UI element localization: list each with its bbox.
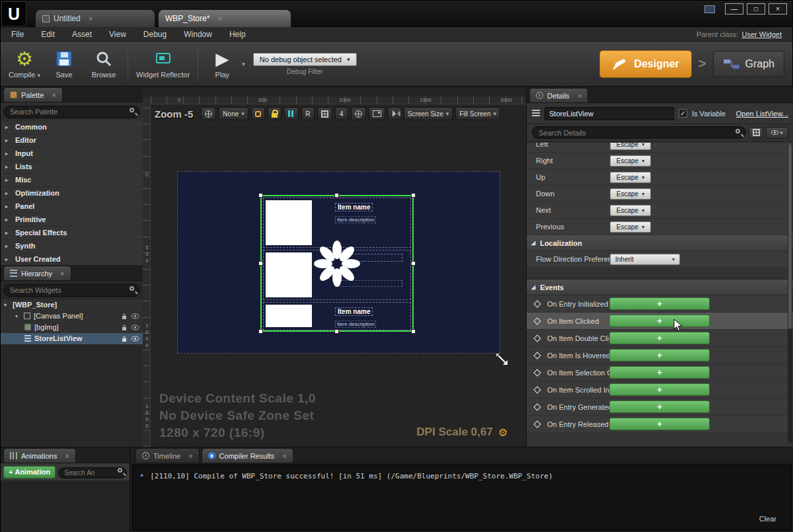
add-event-on-item-clicked-button[interactable]: +	[609, 315, 710, 327]
visibility-eye-icon[interactable]	[131, 336, 139, 342]
preview-background-button[interactable]	[369, 107, 385, 120]
add-animation-button[interactable]: + Animation	[3, 466, 56, 478]
open-listview-link[interactable]: Open ListView...	[736, 110, 788, 118]
graph-mode-button[interactable]: Graph	[713, 51, 784, 77]
palette-category-primitive[interactable]: ▸Primitive	[1, 213, 143, 227]
design-canvas[interactable]: Item name Item description	[178, 172, 500, 353]
palette-search-input[interactable]	[3, 106, 140, 118]
scrollbar-thumb[interactable]	[788, 144, 792, 329]
maximize-button[interactable]: □	[747, 3, 765, 15]
expander-icon[interactable]: ▸	[5, 190, 11, 196]
close-button[interactable]: ×	[769, 3, 787, 15]
tab-compiler-results[interactable]: Compiler Results ×	[202, 448, 293, 463]
palette-category-panel[interactable]: ▸Panel	[1, 200, 143, 213]
collapse-icon[interactable]: ▾	[15, 313, 20, 319]
palette-category-editor[interactable]: ▸Editor	[1, 134, 143, 147]
palette-category-special-effects[interactable]: ▸Special Effects	[1, 227, 143, 240]
nav-previous-dropdown[interactable]: Escape▾	[610, 221, 651, 233]
resize-handle[interactable]	[334, 329, 339, 334]
grid-snap-button[interactable]	[317, 107, 332, 120]
palette-category-lists[interactable]: ▸Lists	[1, 161, 143, 174]
expander-icon[interactable]: ▸	[5, 204, 11, 209]
expander-icon[interactable]: ▸	[5, 177, 11, 183]
preview-resize-handle[interactable]	[496, 353, 509, 366]
flow-direction-dropdown[interactable]: Inherit▾	[610, 254, 680, 265]
collapse-icon[interactable]: ▾	[4, 302, 9, 308]
compile-button[interactable]: ⚙ Compile ▾	[9, 49, 40, 79]
add-event-on-entry-released-button[interactable]: +	[609, 418, 710, 430]
close-tab-icon[interactable]: ×	[65, 452, 69, 460]
expander-icon[interactable]: ▸	[5, 151, 11, 157]
nav-right-dropdown[interactable]: Escape▾	[610, 155, 651, 167]
layout-icon[interactable]	[704, 5, 715, 13]
add-event-on-item-scrolled-into-view-button[interactable]: +	[609, 383, 710, 396]
tree-row-bgimg[interactable]: [bgImg]	[1, 322, 143, 333]
rotation-mode-button[interactable]: R	[301, 107, 315, 120]
palette-category-input[interactable]: ▸Input	[1, 147, 143, 161]
tab-details[interactable]: Details ×	[529, 88, 588, 102]
widget-name-input[interactable]	[545, 107, 674, 120]
palette-category-synth[interactable]: ▸Synth	[1, 240, 143, 253]
details-display-filter-button[interactable]	[749, 127, 763, 139]
menu-view[interactable]: View	[109, 30, 126, 39]
details-scrollbar[interactable]	[788, 144, 792, 443]
palette-category-misc[interactable]: ▸Misc	[1, 174, 143, 187]
tab-hierarchy[interactable]: Hierarchy ×	[3, 266, 71, 280]
browse-button[interactable]: Browse	[88, 49, 120, 79]
add-event-on-entry-initialized-button[interactable]: +	[609, 297, 710, 310]
screen-size-dropdown[interactable]: Screen Size▾	[404, 107, 453, 120]
resize-handle[interactable]	[334, 193, 339, 198]
palette-category-optimization[interactable]: ▸Optimization	[1, 187, 143, 200]
anchor-button[interactable]	[351, 107, 366, 120]
resize-handle[interactable]	[411, 329, 416, 334]
expander-icon[interactable]: ▸	[5, 243, 11, 249]
section-events[interactable]: ◢ Events	[527, 280, 793, 295]
expander-icon[interactable]: ▸	[5, 256, 11, 262]
resize-handle[interactable]	[258, 329, 263, 334]
tab-animations[interactable]: Animations ×	[3, 448, 76, 463]
section-localization[interactable]: ◢ Localization	[527, 235, 793, 251]
selected-listview-widget[interactable]: Item name Item description	[260, 195, 414, 332]
grid-size-button[interactable]: 4	[335, 107, 348, 120]
lock-widgets-button[interactable]	[268, 107, 282, 120]
close-tab-icon[interactable]: ×	[217, 15, 221, 22]
resize-handle[interactable]	[411, 193, 416, 198]
resize-handle[interactable]	[411, 261, 416, 266]
menu-file[interactable]: File	[11, 30, 24, 39]
close-tab-icon[interactable]: ×	[578, 92, 582, 100]
menu-debug[interactable]: Debug	[143, 30, 167, 39]
palette-category-user-created[interactable]: ▸User Created	[1, 253, 143, 266]
designer-viewport[interactable]: 0 500 1000 1500 2000 0 500 1000 1500 Zoo…	[143, 87, 526, 447]
add-event-on-item-selection-changed-button[interactable]: +	[609, 366, 710, 379]
expander-icon[interactable]: ▸	[5, 230, 11, 236]
fill-screen-dropdown[interactable]: Fill Screen▾	[455, 107, 500, 120]
lock-icon[interactable]	[121, 324, 128, 331]
expander-icon[interactable]: ▸	[5, 137, 11, 143]
list-entry[interactable]: Item name Item description	[263, 302, 411, 330]
palette-category-common[interactable]: ▸Common	[1, 121, 143, 134]
parent-class-link[interactable]: User Widget	[741, 30, 782, 38]
resize-handle[interactable]	[258, 261, 263, 266]
preview-language-dropdown[interactable]: None▾	[219, 107, 248, 120]
menu-edit[interactable]: Edit	[41, 30, 55, 39]
close-tab-icon[interactable]: ×	[52, 91, 56, 99]
close-tab-icon[interactable]: ×	[60, 270, 64, 278]
designer-mode-button[interactable]: Designer	[599, 50, 691, 78]
flip-preview-button[interactable]	[388, 107, 401, 120]
nav-up-dropdown[interactable]: Escape▾	[610, 172, 651, 183]
menu-asset[interactable]: Asset	[72, 30, 92, 39]
outline-toggle-button[interactable]	[251, 107, 265, 120]
close-tab-icon[interactable]: ×	[282, 452, 286, 460]
resize-handle[interactable]	[258, 193, 263, 198]
menu-help[interactable]: Help	[229, 30, 246, 39]
nav-down-dropdown[interactable]: Escape▾	[610, 188, 651, 200]
details-search-input[interactable]	[532, 126, 746, 139]
compiler-log-line[interactable]: • [2110,10] Compile of WBP_Store success…	[133, 465, 791, 486]
minimize-button[interactable]: —	[725, 3, 743, 15]
visibility-eye-icon[interactable]	[131, 324, 139, 330]
tab-timeline[interactable]: Timeline ×	[135, 448, 200, 463]
safe-zone-button[interactable]	[284, 107, 299, 120]
is-variable-checkbox[interactable]: ✓	[679, 109, 687, 118]
add-event-on-item-is-hovered-button[interactable]: +	[609, 349, 710, 361]
nav-next-dropdown[interactable]: Escape▾	[610, 205, 651, 216]
